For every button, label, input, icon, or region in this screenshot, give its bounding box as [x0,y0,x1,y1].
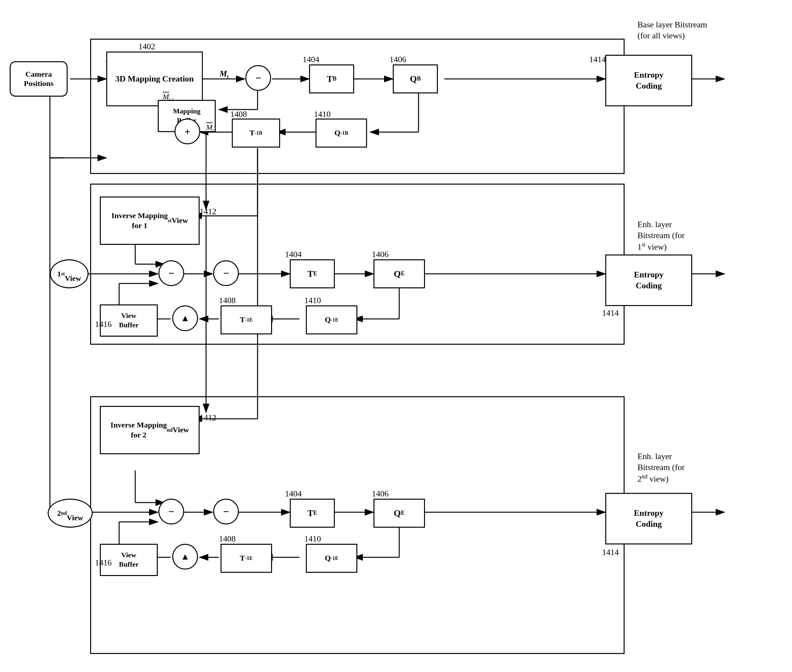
tb-inv-node: T-1B [232,118,280,147]
base-layer-label: Base layer Bitstream (for all views) [637,19,721,41]
sum-2b-node: − [213,499,239,525]
mhat-t-label: Mt [206,122,214,133]
ref-1406-1: 1406 [372,249,389,260]
te1-node: TE [290,259,335,288]
ref-1408-2: 1408 [219,533,236,544]
ref-1410-2: 1410 [304,533,321,544]
ref-1410-base: 1410 [314,109,331,120]
mhat-t1-label: Mt-1 [163,92,174,103]
sum-1a-node: − [158,260,184,286]
sum-plus-base-node: + [174,118,200,144]
ref-1404-1: 1404 [285,249,302,260]
ref-1406-2: 1406 [372,488,389,499]
ref-1408-1: 1408 [219,295,236,306]
ref-1404-2: 1404 [285,488,302,499]
te2-inv-node: T-1E [220,544,272,573]
te2-node: TE [290,499,335,528]
ref-1412-1: 1412 [200,206,216,217]
mapping-creation-node: 3D Mapping Creation [106,51,203,106]
ref-1406-base: 1406 [390,54,406,65]
qe1-inv-node: Q-1E [306,306,358,334]
enh-layer-label-1: Enh. layerBitstream (for1st view) [637,219,724,252]
entropy-coding-1-node: EntropyCoding [605,254,692,306]
ref-1416-2: 1416 [95,557,112,568]
tb-node: TB [309,64,354,93]
first-view-node: 1stView [50,259,89,288]
sum-2a-node: − [158,499,184,525]
enh-layer-label-2: Enh. layerBitstream (for2nd view) [637,451,724,484]
ref-1408-base: 1408 [230,109,247,120]
qb-inv-node: Q-1B [316,118,367,147]
ref-1416-1: 1416 [95,319,112,330]
ref-1414-2: 1414 [602,547,619,558]
ref-1404-base: 1404 [303,54,319,65]
camera-positions-node: Camera Positions [10,61,68,97]
second-view-node: 2ndView [48,499,93,528]
entropy-coding-base-node: EntropyCoding [605,55,692,106]
inverse-mapping-2-node: Inverse Mappingfor 2nd View [100,406,200,454]
diagram-container: Base layer Bitstream (for all views) Cam… [0,0,792,672]
qe2-node: QE [374,499,425,528]
qb-node: QB [393,64,438,93]
sum-tri1-node: ▲ [172,306,198,331]
sum-base-node: − [245,65,271,91]
mt-label: Mt [220,68,228,80]
qe1-node: QE [374,259,425,288]
ref-1402: 1402 [139,41,155,52]
te1-inv-node: T-1E [220,306,272,334]
entropy-coding-2-node: EntropyCoding [605,493,692,544]
ref-1412-2: 1412 [200,412,216,423]
ref-1410-1: 1410 [304,295,321,306]
ref-1414-1: 1414 [602,308,619,318]
ref-1414-base: 1414 [589,54,606,65]
sum-1b-node: − [213,260,239,286]
inverse-mapping-1-node: Inverse Mappingfor 1st View [100,197,200,245]
qe2-inv-node: Q-1E [306,544,358,573]
sum-tri2-node: ▲ [172,544,198,570]
